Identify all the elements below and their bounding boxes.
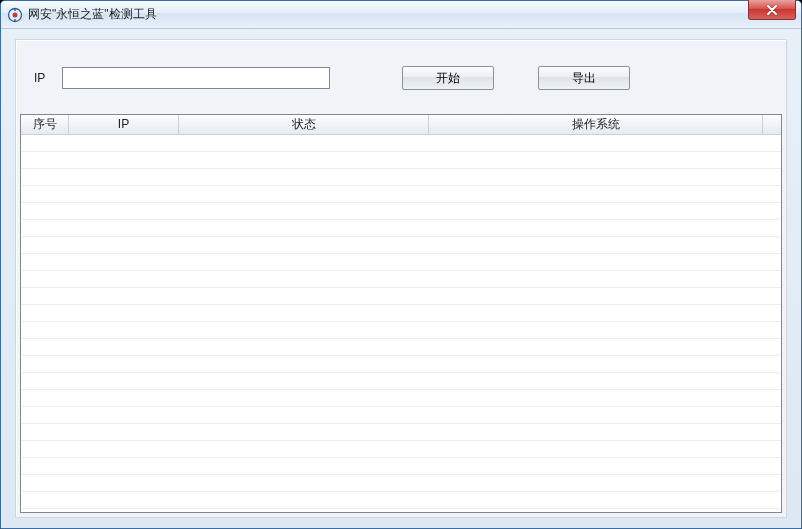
column-header-spacer [763, 115, 781, 134]
window-controls [748, 1, 799, 28]
window-title: 网安"永恒之蓝"检测工具 [28, 6, 748, 23]
titlebar[interactable]: 网安"永恒之蓝"检测工具 [1, 1, 801, 29]
application-window: 网安"永恒之蓝"检测工具 IP 开始 导出 序号 IP 状态 操作系统 [0, 0, 802, 529]
svg-point-1 [13, 12, 18, 17]
table-row [21, 152, 781, 169]
export-button[interactable]: 导出 [538, 66, 630, 90]
table-row [21, 407, 781, 424]
table-row [21, 373, 781, 390]
table-body [21, 135, 781, 512]
table-row [21, 203, 781, 220]
svg-rect-3 [14, 19, 15, 22]
table-row [21, 424, 781, 441]
table-row [21, 492, 781, 509]
table-row [21, 475, 781, 492]
column-header-index[interactable]: 序号 [21, 115, 69, 134]
table-row [21, 186, 781, 203]
input-row: IP 开始 导出 [34, 64, 768, 92]
column-header-os[interactable]: 操作系统 [429, 115, 763, 134]
main-panel: IP 开始 导出 序号 IP 状态 操作系统 [15, 39, 787, 518]
table-row [21, 509, 781, 513]
table-row [21, 458, 781, 475]
table-row [21, 322, 781, 339]
table-row [21, 339, 781, 356]
column-header-ip[interactable]: IP [69, 115, 179, 134]
ip-label: IP [34, 71, 62, 85]
table-row [21, 237, 781, 254]
start-button[interactable]: 开始 [402, 66, 494, 90]
table-row [21, 271, 781, 288]
column-header-status[interactable]: 状态 [179, 115, 429, 134]
table-row [21, 254, 781, 271]
table-row [21, 135, 781, 152]
table-row [21, 441, 781, 458]
table-row [21, 356, 781, 373]
table-row [21, 288, 781, 305]
table-row [21, 305, 781, 322]
close-button[interactable] [748, 0, 796, 20]
table-row [21, 220, 781, 237]
ip-input[interactable] [62, 67, 330, 89]
app-icon [7, 7, 23, 23]
table-row [21, 390, 781, 407]
client-area: IP 开始 导出 序号 IP 状态 操作系统 [7, 33, 795, 522]
svg-rect-2 [14, 8, 15, 11]
table-row [21, 169, 781, 186]
results-table[interactable]: 序号 IP 状态 操作系统 [20, 114, 782, 513]
table-header: 序号 IP 状态 操作系统 [21, 115, 781, 135]
